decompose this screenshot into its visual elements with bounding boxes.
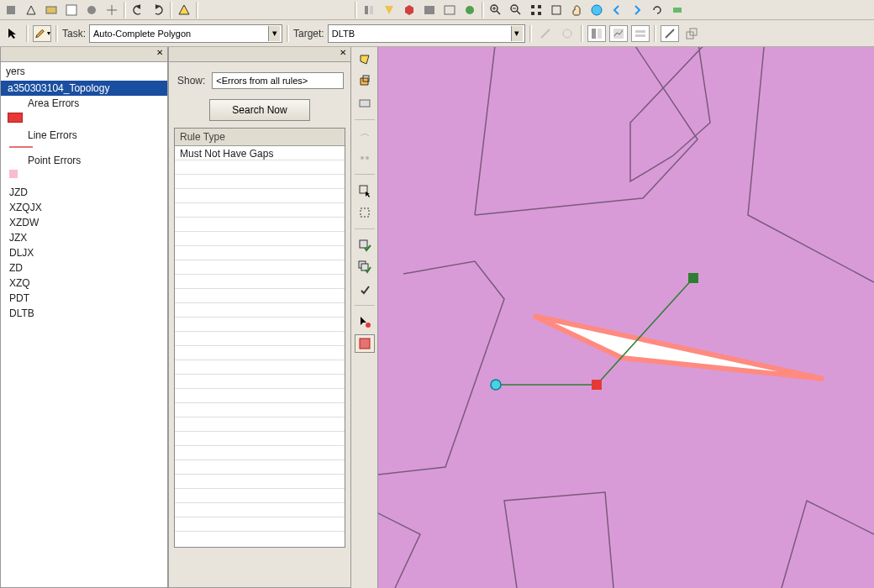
map-view[interactable] [378, 47, 874, 588]
refresh-icon[interactable] [648, 2, 666, 18]
construct-tool-icon[interactable] [355, 203, 375, 222]
show-dropdown[interactable]: <Errors from all rules> [212, 72, 344, 89]
tool-icon-3[interactable] [42, 2, 61, 18]
tool-extra-icon[interactable] [668, 2, 687, 18]
svg-rect-28 [635, 34, 645, 37]
area-errors-item[interactable]: Area Errors [1, 96, 167, 111]
separator [654, 25, 656, 42]
zoom-in-icon[interactable] [487, 2, 505, 18]
topology-tool-2[interactable] [355, 72, 375, 91]
redo-icon[interactable] [149, 2, 167, 18]
palette-separator [355, 119, 375, 120]
topology-layer[interactable]: a350303104_Topology [1, 81, 167, 96]
rule-row-empty [175, 503, 345, 517]
svg-rect-39 [361, 264, 368, 270]
view-tool-5[interactable] [682, 25, 701, 42]
layer-item[interactable]: XZQJX [1, 200, 167, 215]
validate-extent-icon[interactable] [355, 236, 375, 255]
nav-icon-1[interactable] [360, 2, 378, 18]
view-tool-2[interactable] [609, 25, 628, 42]
error-inspector-panel: ✕ Show: <Errors from all rules> Search N… [168, 47, 351, 588]
rule-row-empty [175, 460, 345, 475]
tool-icon-6[interactable] [103, 2, 121, 18]
topology-edit-1[interactable] [355, 127, 375, 145]
sketch-tool-1[interactable] [536, 25, 555, 42]
zoom-fixed-icon[interactable] [547, 2, 566, 18]
layer-item[interactable]: DLTB [1, 306, 167, 321]
nav-fwd-icon[interactable] [628, 2, 646, 18]
svg-rect-1 [46, 7, 56, 13]
show-dropdown-value: <Errors from all rules> [216, 76, 308, 86]
topology-tool-3[interactable] [355, 94, 375, 113]
warning-icon[interactable] [175, 2, 193, 18]
rule-row-empty [175, 218, 345, 232]
select-arrow-icon[interactable] [355, 181, 375, 200]
svg-rect-32 [360, 100, 370, 107]
chevron-down-icon: ▾ [511, 26, 523, 41]
separator [287, 25, 289, 42]
sketch-vertex-end[interactable] [688, 273, 698, 283]
svg-rect-6 [424, 6, 434, 14]
pan-icon[interactable] [567, 2, 586, 18]
sketch-vertex-mid[interactable] [592, 380, 602, 390]
nav-icon-3[interactable] [400, 2, 419, 18]
zoom-out-icon[interactable] [507, 2, 525, 18]
view-tool-1[interactable] [587, 25, 606, 42]
layer-item[interactable]: DLJX [1, 245, 167, 260]
task-dropdown[interactable]: Auto-Complete Polygon ▾ [89, 24, 282, 43]
point-errors-swatch [9, 170, 18, 178]
layer-item[interactable]: ZD [1, 260, 167, 276]
rule-row[interactable]: Must Not Have Gaps [175, 146, 345, 160]
edit-pointer-icon[interactable] [3, 25, 22, 42]
svg-line-10 [497, 11, 500, 14]
svg-rect-36 [361, 208, 369, 217]
nav-icon-6[interactable] [461, 2, 479, 18]
close-icon[interactable]: ✕ [154, 48, 166, 60]
show-row: Show: <Errors from all rules> [169, 62, 350, 92]
edit-pencil-icon[interactable]: ▾ [33, 25, 51, 42]
line-errors-item[interactable]: Line Errors [1, 128, 167, 143]
topology-tool-1[interactable] [355, 50, 375, 69]
svg-line-14 [517, 11, 520, 14]
sketch-tool-2[interactable] [558, 25, 577, 42]
layer-item[interactable]: XZDW [1, 215, 167, 230]
topology-edit-2[interactable] [355, 149, 375, 167]
target-dropdown[interactable]: DLTB ▾ [328, 24, 525, 43]
nav-icon-4[interactable] [420, 2, 439, 18]
task-label: Task: [62, 28, 86, 39]
separator [355, 2, 357, 18]
target-dropdown-value: DLTB [332, 29, 355, 39]
validate-all-icon[interactable] [355, 258, 375, 276]
layer-item[interactable]: JZD [1, 185, 167, 200]
view-tool-3[interactable] [631, 25, 650, 42]
rule-row-empty [175, 403, 345, 417]
undo-icon[interactable] [129, 2, 147, 18]
nav-icon-5[interactable] [440, 2, 459, 18]
globe-icon[interactable] [587, 2, 606, 18]
rule-row-empty [175, 346, 345, 360]
area-errors-swatch [8, 113, 23, 123]
point-errors-item[interactable]: Point Errors [1, 153, 167, 168]
layers-panel-header: ✕ [1, 47, 167, 62]
layer-item[interactable]: PDT [1, 291, 167, 306]
error-pointer-icon[interactable] [355, 312, 375, 331]
tool-icon-4[interactable] [62, 2, 81, 18]
tool-icon-1[interactable] [2, 2, 20, 18]
nav-back-icon[interactable] [608, 2, 626, 18]
zoom-full-icon[interactable] [527, 2, 545, 18]
layer-item[interactable]: XZQ [1, 276, 167, 291]
svg-rect-19 [538, 12, 541, 15]
close-icon[interactable]: ✕ [337, 48, 349, 60]
search-now-button[interactable]: Search Now [209, 99, 310, 121]
tool-icon-5[interactable] [82, 2, 101, 18]
error-inspector-icon[interactable] [355, 334, 375, 353]
palette-separator [355, 174, 375, 175]
nav-icon-2[interactable] [380, 2, 398, 18]
fix-tool-icon[interactable] [355, 280, 375, 298]
rule-row-empty [175, 232, 345, 246]
view-tool-4[interactable] [661, 25, 679, 42]
tool-icon-2[interactable] [22, 2, 40, 18]
rule-list[interactable]: Rule Type Must Not Have Gaps [174, 128, 345, 548]
sketch-vertex-start[interactable] [491, 380, 501, 390]
layer-item[interactable]: JZX [1, 230, 167, 245]
